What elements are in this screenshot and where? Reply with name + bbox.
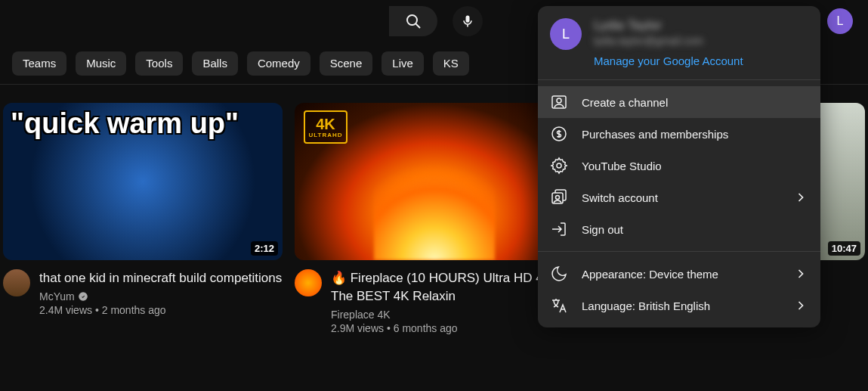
verified-icon <box>78 291 88 302</box>
channel-name[interactable]: McYum <box>39 290 75 303</box>
menu-item-create-channel[interactable]: Create a channel <box>538 86 820 118</box>
menu-item-switch-account[interactable]: Switch account <box>538 182 820 213</box>
gear-icon <box>550 157 568 175</box>
menu-label: Create a channel <box>582 96 808 109</box>
video-title[interactable]: that one kid in minecraft build competit… <box>39 269 282 287</box>
chip-music[interactable]: Music <box>76 51 126 76</box>
video-duration: 2:12 <box>251 241 278 256</box>
video-thumbnail[interactable]: "quick warm up" 2:12 <box>3 103 283 260</box>
search-button[interactable] <box>389 6 437 36</box>
avatar-initial: L <box>837 14 844 28</box>
menu-item-purchases[interactable]: Purchases and memberships <box>538 118 820 150</box>
chip-scene[interactable]: Scene <box>320 51 373 76</box>
search-icon <box>404 12 422 30</box>
video-thumbnail[interactable]: 4K ULTRAHD 10: <box>295 103 574 260</box>
chip-balls[interactable]: Balls <box>192 51 238 76</box>
chip-ks[interactable]: KS <box>433 51 469 76</box>
menu-label: Appearance: Device theme <box>582 268 780 281</box>
channel-avatar[interactable] <box>295 269 322 296</box>
svg-point-0 <box>407 15 417 25</box>
menu-label: Language: British English <box>582 299 780 312</box>
channel-avatar[interactable] <box>3 269 30 296</box>
thumbnail-text: "quick warm up" <box>11 109 239 138</box>
badge-4k: 4K ULTRAHD <box>304 110 348 144</box>
video-stats: 2.9M views • 6 months ago <box>331 322 574 334</box>
account-avatar-button[interactable]: L <box>827 8 853 34</box>
menu-label: YouTube Studio <box>582 160 808 172</box>
video-duration: 10:47 <box>828 241 860 256</box>
chip-teams[interactable]: Teams <box>12 51 66 76</box>
video-card[interactable]: 4K ULTRAHD 10: 🔥 Fireplace (10 HOURS) Ul… <box>295 103 574 334</box>
dollar-icon <box>550 125 568 143</box>
svg-line-1 <box>416 24 421 29</box>
moon-icon <box>550 265 568 283</box>
svg-rect-2 <box>467 25 468 27</box>
video-card[interactable]: "quick warm up" 2:12 that one kid in min… <box>3 103 283 334</box>
chevron-right-icon <box>793 190 808 205</box>
microphone-icon <box>459 12 477 30</box>
menu-item-studio[interactable]: YouTube Studio <box>538 150 820 182</box>
svg-point-9 <box>556 196 560 200</box>
manage-account-link[interactable]: Manage your Google Account <box>594 54 743 67</box>
chip-tools[interactable]: Tools <box>135 51 183 76</box>
account-menu: L Lydia Taylor lydia.taylor@gmail.com Ma… <box>538 6 820 327</box>
menu-avatar: L <box>550 18 582 50</box>
menu-label: Sign out <box>582 223 808 236</box>
menu-item-appearance[interactable]: Appearance: Device theme <box>538 258 820 290</box>
user-name: Lydia Taylor <box>594 18 743 33</box>
channel-name[interactable]: Fireplace 4K <box>331 309 391 321</box>
menu-item-sign-out[interactable]: Sign out <box>538 213 820 245</box>
svg-point-5 <box>557 98 561 103</box>
translate-icon <box>550 296 568 315</box>
video-stats: 2.4M views • 2 months ago <box>39 304 282 316</box>
svg-point-7 <box>557 163 561 168</box>
chevron-right-icon <box>793 266 808 281</box>
switch-account-icon <box>550 188 568 206</box>
account-menu-header: L Lydia Taylor lydia.taylor@gmail.com Ma… <box>538 6 820 80</box>
menu-label: Purchases and memberships <box>582 128 808 141</box>
user-email: lydia.taylor@gmail.com <box>594 35 743 47</box>
chevron-right-icon <box>793 298 808 313</box>
svg-point-3 <box>79 292 88 301</box>
menu-item-language[interactable]: Language: British English <box>538 290 820 321</box>
menu-label: Switch account <box>582 191 780 204</box>
chip-live[interactable]: Live <box>381 51 424 76</box>
create-channel-icon <box>550 93 568 111</box>
sign-out-icon <box>550 220 568 238</box>
chip-comedy[interactable]: Comedy <box>247 51 310 76</box>
voice-search-button[interactable] <box>453 6 483 36</box>
